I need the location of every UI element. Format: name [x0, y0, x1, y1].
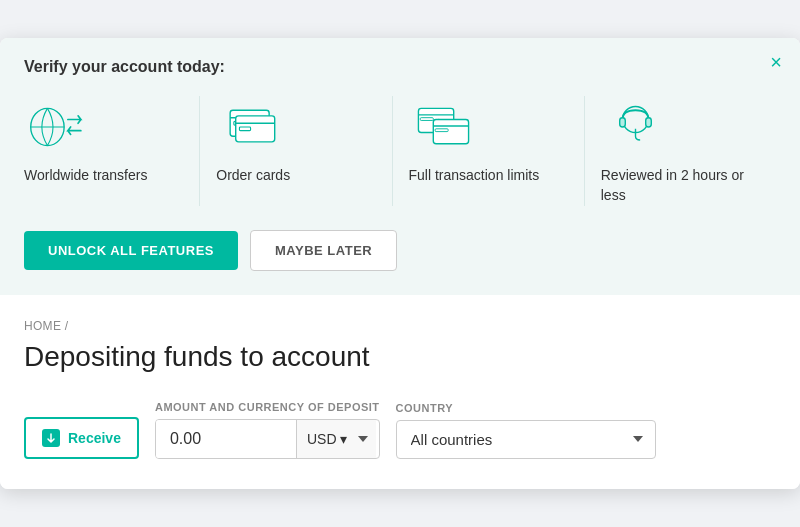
country-select-wrap: All countries United States United Kingd…: [396, 420, 656, 459]
receive-label: Receive: [68, 430, 121, 446]
amount-label: AMOUNT AND CURRENCY OF DEPOSIT: [155, 401, 380, 413]
amount-input[interactable]: [156, 420, 296, 458]
transaction-icon: [409, 96, 479, 156]
features-row: Worldwide transfers Order: [24, 96, 776, 205]
unlock-all-features-button[interactable]: UNLOCK ALL FEATURES: [24, 231, 238, 270]
receive-button[interactable]: Receive: [24, 417, 139, 459]
country-field-group: COUNTRY All countries United States Unit…: [396, 402, 656, 459]
feature-limits: Full transaction limits: [409, 96, 585, 205]
country-label: COUNTRY: [396, 402, 656, 414]
card-icon: [216, 96, 286, 156]
globe-transfer-icon: [24, 96, 94, 156]
feature-worldwide: Worldwide transfers: [24, 96, 200, 205]
deposit-form-row: Receive AMOUNT AND CURRENCY OF DEPOSIT U…: [24, 401, 776, 459]
modal-container: Verify your account today: ×: [0, 38, 800, 488]
maybe-later-button[interactable]: MAYBE LATER: [250, 230, 397, 271]
svg-rect-15: [620, 118, 626, 127]
action-buttons: UNLOCK ALL FEATURES MAYBE LATER: [24, 230, 776, 271]
country-select[interactable]: All countries United States United Kingd…: [396, 420, 656, 459]
page-title: Depositing funds to account: [24, 341, 776, 373]
currency-select[interactable]: USD ▾ EUR ▾ GBP ▾: [296, 420, 376, 458]
headset-icon: [601, 96, 671, 156]
worldwide-transfers-label: Worldwide transfers: [24, 166, 147, 186]
close-button[interactable]: ×: [770, 52, 782, 72]
receive-icon: [42, 429, 60, 447]
order-cards-label: Order cards: [216, 166, 290, 186]
feature-review: Reviewed in 2 hours or less: [601, 96, 776, 205]
verify-title: Verify your account today:: [24, 58, 776, 76]
amount-input-wrap: USD ▾ EUR ▾ GBP ▾: [155, 419, 380, 459]
main-content: HOME / Depositing funds to account Recei…: [0, 295, 800, 489]
verify-banner: Verify your account today: ×: [0, 38, 800, 294]
breadcrumb: HOME /: [24, 319, 776, 333]
feature-cards: Order cards: [216, 96, 392, 205]
amount-field-group: AMOUNT AND CURRENCY OF DEPOSIT USD ▾ EUR…: [155, 401, 380, 459]
svg-rect-5: [235, 116, 274, 142]
svg-rect-16: [646, 118, 652, 127]
reviewed-label: Reviewed in 2 hours or less: [601, 166, 760, 205]
transaction-limits-label: Full transaction limits: [409, 166, 540, 186]
